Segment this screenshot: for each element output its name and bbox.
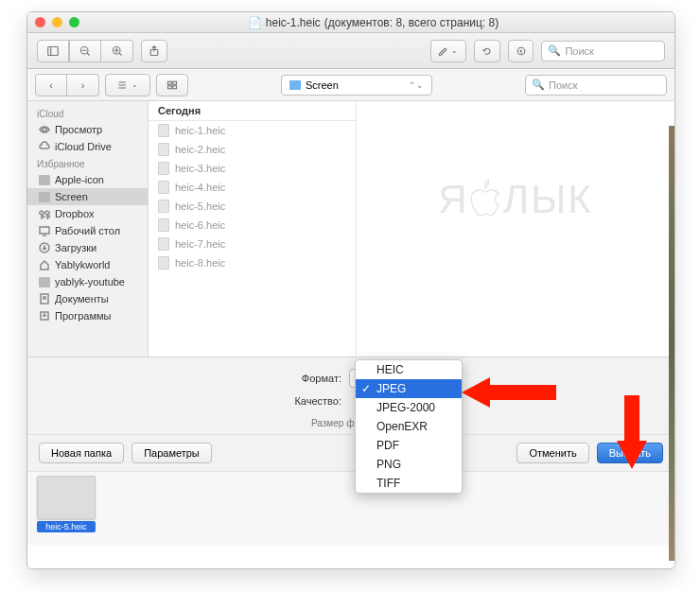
sidebar-item-apple-icon[interactable]: Apple-icon [27,171,148,188]
sidebar-item-yablyk-youtube[interactable]: yablyk-youtube [27,273,148,290]
file-row[interactable]: heic-6.heic [149,216,356,235]
watermark: Я ЛЫК [438,177,593,222]
sidebar-item-label: Dropbox [55,208,95,219]
doc-icon [39,294,50,305]
sidebar-toggle-button[interactable] [37,40,69,62]
file-name: heic-6.heic [175,219,225,231]
svg-point-18 [43,128,46,131]
quality-label: Качество: [27,395,349,407]
save-dialog-window: 📄 heic-1.heic (документов: 8, всего стра… [26,11,675,569]
file-name: heic-2.heic [175,144,225,155]
cancel-button[interactable]: Отменить [516,443,588,463]
file-icon [158,237,169,251]
file-row[interactable]: heic-3.heic [149,159,356,178]
svg-marker-27 [617,395,647,469]
sidebar-item-icloud-drive[interactable]: iCloud Drive [27,138,148,155]
format-dropdown-menu: HEICJPEGJPEG-2000OpenEXRPDFPNGTIFF [355,359,463,494]
minimize-window-button[interactable] [52,17,62,27]
finder-search-field[interactable]: 🔍 Поиск [525,75,667,96]
format-option-png[interactable]: PNG [356,455,462,474]
file-name: heic-7.heic [175,238,225,250]
thumbnail-label: heic-5.heic [37,521,96,532]
group-button[interactable] [156,74,188,96]
thumbnail-item[interactable]: heic-5.heic [37,476,96,532]
format-option-tiff[interactable]: TIFF [356,474,462,493]
file-icon [158,218,169,232]
file-icon [158,181,169,194]
options-button[interactable]: Параметры [131,443,212,463]
file-row[interactable]: heic-5.heic [149,197,356,216]
file-name: heic-8.heic [175,257,225,269]
view-mode-button[interactable]: ⌄ [105,74,150,96]
dialog-button-row: Новая папка Параметры Отменить Выбрать [27,434,674,471]
sidebar-item-label: Apple-icon [55,174,104,185]
folder-path-selector[interactable]: Screen ⌃⌄ [281,75,432,96]
download-icon [39,243,50,253]
desktop-icon [39,226,50,236]
zoom-window-button[interactable] [69,17,79,27]
sidebar-section-header: Избранное [27,155,148,171]
sidebar-item-screen[interactable]: Screen [27,188,148,205]
svg-rect-17 [173,85,177,88]
document-icon: 📄 [248,16,262,29]
background-photo-edge [669,126,674,561]
svg-marker-26 [462,377,556,408]
file-icon [158,162,169,175]
file-row[interactable]: heic-2.heic [149,140,356,159]
format-option-heic[interactable]: HEIC [356,360,462,379]
sidebar-item-label: Screen [55,191,88,202]
preview-search-field[interactable]: 🔍 Поиск [541,41,665,61]
zoom-in-button[interactable] [101,40,133,62]
file-name: heic-3.heic [175,163,225,174]
rotate-button[interactable] [474,40,500,62]
file-row[interactable]: heic-7.heic [149,235,356,253]
file-row[interactable]: heic-1.heic [149,121,356,140]
sidebar-item-yablykworld[interactable]: Yablykworld [27,256,148,273]
svg-line-3 [87,53,89,55]
close-window-button[interactable] [35,17,45,27]
format-option-jpeg-2000[interactable]: JPEG-2000 [356,398,462,417]
file-row[interactable]: heic-4.heic [149,178,356,197]
format-option-openexr[interactable]: OpenEXR [356,417,462,436]
export-options-panel: Формат: Качество: Размер файла: HEICJPEG… [27,357,674,434]
dropbox-icon [39,209,50,219]
search-icon: 🔍 [548,44,561,57]
sidebar-item-label: Программы [55,310,111,322]
new-folder-button[interactable]: Новая папка [39,443,124,463]
svg-rect-15 [173,81,177,84]
chevron-updown-icon: ⌃⌄ [409,80,424,90]
annotation-arrow-down [613,395,651,469]
forward-button[interactable]: › [67,74,99,96]
search-icon: 🔍 [532,78,545,91]
file-name: heic-4.heic [175,182,225,193]
file-icon [158,124,169,137]
file-icon [158,143,169,156]
format-option-pdf[interactable]: PDF [356,436,462,455]
folder-icon [39,277,50,287]
svg-line-6 [119,53,121,55]
share-button[interactable] [141,40,167,62]
format-option-jpeg[interactable]: JPEG [356,379,462,398]
markup-button[interactable]: ⌄ [430,40,467,62]
finder-sidebar: iCloudПросмотрiCloud DriveИзбранноеApple… [27,101,149,357]
zoom-out-button[interactable] [69,40,101,62]
file-icon [158,200,169,213]
file-row[interactable]: heic-8.heic [149,253,356,272]
sidebar-item-просмотр[interactable]: Просмотр [27,121,148,138]
finder-toolbar: ‹ › ⌄ Screen ⌃⌄ 🔍 Поиск [27,69,674,101]
sidebar-item-dropbox[interactable]: Dropbox [27,205,148,222]
file-group-header: Сегодня [149,101,356,121]
sidebar-item-рабочий-стол[interactable]: Рабочий стол [27,222,148,239]
back-button[interactable]: ‹ [35,74,67,96]
sidebar-item-документы[interactable]: Документы [27,290,148,307]
thumbnail-image [37,476,96,519]
thumbnail-strip: heic-5.heic [27,471,674,545]
sidebar-item-label: Рабочий стол [55,225,120,236]
edit-toolbar-button[interactable] [508,40,534,62]
folder-icon [289,80,301,90]
sidebar-item-программы[interactable]: Программы [27,307,148,324]
sidebar-item-label: Загрузки [55,242,96,253]
titlebar: 📄 heic-1.heic (документов: 8, всего стра… [27,12,674,33]
sidebar-item-загрузки[interactable]: Загрузки [27,239,148,256]
sidebar-item-label: Документы [55,293,109,305]
